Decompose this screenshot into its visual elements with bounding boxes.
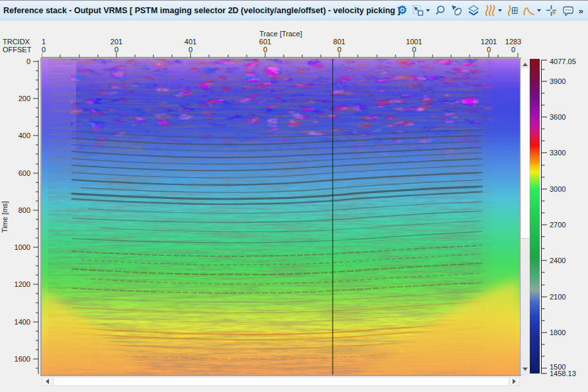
trace-tick-label: 201 xyxy=(110,38,122,46)
layers-button[interactable] xyxy=(466,2,482,19)
time-tick-label: 1200 xyxy=(9,280,30,288)
colorbar-tick-label: 3900 xyxy=(550,77,566,85)
colorbar-ticks xyxy=(541,59,549,375)
chevron-down-icon xyxy=(537,9,541,12)
chevron-down-icon xyxy=(426,9,430,12)
trace-tick-label: 1283 xyxy=(505,38,521,46)
colorbar-min-label: 1458.13 xyxy=(550,370,576,377)
velocity-colorbar xyxy=(530,59,540,373)
time-tick-label: 1000 xyxy=(9,243,30,251)
time-tick-label: 400 xyxy=(9,132,30,139)
time-tick-label: 1600 xyxy=(9,355,30,363)
mouse-icon xyxy=(451,5,463,17)
settings-button[interactable]: ⚙ xyxy=(396,2,409,19)
toolbar-overflow-button[interactable]: » xyxy=(577,2,585,19)
window-title: Reference stack - Output VRMS [ PSTM ima… xyxy=(3,1,400,20)
histogram-button[interactable] xyxy=(521,2,543,19)
time-tick-label: 0 xyxy=(9,58,30,65)
vertical-scrollbar[interactable] xyxy=(521,59,530,375)
colorbar-tick-label: 3300 xyxy=(550,149,566,157)
colorbar-tick-label: 3600 xyxy=(550,113,566,121)
arrow-right-icon xyxy=(513,379,516,384)
crosshair-pick-icon xyxy=(546,5,558,17)
trcidx-row-label: TRCIDX xyxy=(3,38,30,46)
scroll-left-button[interactable] xyxy=(43,377,52,385)
time-axis-title: Time [ms] xyxy=(1,192,9,242)
time-tick-label: 800 xyxy=(9,206,30,214)
gear-icon: ⚙ xyxy=(398,5,407,17)
scroll-up-button[interactable] xyxy=(521,60,529,69)
layers-icon xyxy=(468,5,480,17)
comment-bubble-icon xyxy=(562,5,574,17)
selection-mode-button[interactable] xyxy=(410,2,432,19)
offset-row-label: OFFSET xyxy=(3,46,31,54)
trace-tick-label: 401 xyxy=(185,38,196,46)
zoom-button[interactable] xyxy=(433,2,448,19)
vertical-scroll-thumb[interactable] xyxy=(521,69,529,239)
arrow-left-icon xyxy=(46,379,49,384)
wiggle-grid-icon xyxy=(507,5,519,17)
time-tick-label: 600 xyxy=(9,169,30,177)
colorbar-tick-label: 3000 xyxy=(550,185,566,193)
horizontal-scroll-thumb[interactable] xyxy=(53,377,509,385)
wiggle-traces-icon xyxy=(484,5,496,17)
arrow-down-icon xyxy=(523,368,528,371)
scroll-right-button[interactable] xyxy=(510,377,519,385)
chevron-down-icon xyxy=(498,9,502,12)
colorbar-tick-label: 2700 xyxy=(550,221,566,229)
comments-button[interactable] xyxy=(560,2,576,19)
title-bar: Reference stack - Output VRMS [ PSTM ima… xyxy=(0,1,588,20)
toolbar: ⚙ xyxy=(396,1,585,20)
trace-tick-label: 801 xyxy=(333,38,345,46)
colorbar-tick-label: 2400 xyxy=(550,256,566,264)
seismic-section-image xyxy=(42,59,520,375)
scroll-down-button[interactable] xyxy=(521,365,529,373)
time-tick-label: 1400 xyxy=(9,318,30,326)
crosshair-pick-button[interactable] xyxy=(544,2,560,19)
arrow-up-icon xyxy=(523,63,528,66)
wiggle-grid-button[interactable] xyxy=(505,2,521,19)
trace-axis-title: Trace [Trace] xyxy=(42,30,520,38)
time-tick-label: 200 xyxy=(9,95,30,102)
trace-tick-label: 1 xyxy=(42,38,46,46)
colorbar-max-label: 4077.05 xyxy=(550,58,576,65)
trace-tick-label: 1001 xyxy=(406,38,422,46)
pointer-pick-button[interactable] xyxy=(449,2,465,19)
colorbar-tick-label: 2100 xyxy=(550,293,566,301)
trace-tick-label: 601 xyxy=(259,38,271,46)
colorbar-tick-label: 1800 xyxy=(550,329,566,336)
time-axis-ticks xyxy=(33,59,39,375)
horizontal-scrollbar[interactable] xyxy=(42,377,520,386)
application-window: Reference stack - Output VRMS [ PSTM ima… xyxy=(0,0,588,392)
wiggle-display-button[interactable] xyxy=(482,2,504,19)
trace-tick-label: 1201 xyxy=(481,38,497,46)
histogram-curve-icon xyxy=(523,5,535,17)
magnifier-icon xyxy=(435,5,446,17)
seismic-plot[interactable] xyxy=(40,58,521,376)
overflow-icon: » xyxy=(579,6,583,16)
selection-mode-icon xyxy=(412,5,424,17)
